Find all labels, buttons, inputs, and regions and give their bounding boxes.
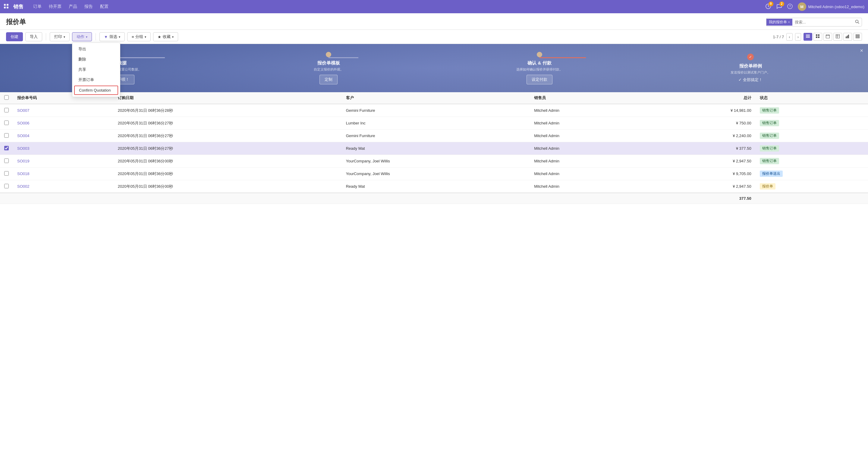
row-checkbox[interactable] xyxy=(4,121,9,125)
svg-rect-25 xyxy=(848,35,849,38)
fav-arrow-icon: ▾ xyxy=(172,35,174,39)
svg-rect-1 xyxy=(7,4,8,6)
row-order-id[interactable]: SO004 xyxy=(13,130,114,142)
row-salesperson: Mitchell Admin xyxy=(530,130,651,142)
import-button[interactable]: 导入 xyxy=(25,32,42,41)
filter-arrow-icon: ▾ xyxy=(119,35,120,39)
table-row[interactable]: SO019 2020年05月01日 06时36分00秒 YourCompany,… xyxy=(0,155,868,167)
row-customer: YourCompany, Joel Willis xyxy=(342,167,530,180)
nav-reports[interactable]: 报告 xyxy=(84,4,93,9)
view-calendar-btn[interactable] xyxy=(824,33,832,41)
row-order-id[interactable]: SO002 xyxy=(13,180,114,193)
page-title: 报价单 xyxy=(6,18,26,27)
select-all-checkbox[interactable] xyxy=(4,95,9,100)
step-confirm-title: 确认 & 付款 xyxy=(527,60,551,66)
action-export[interactable]: 导出 xyxy=(72,44,120,54)
nav-products[interactable]: 产品 xyxy=(69,4,77,9)
svg-line-8 xyxy=(858,22,859,24)
user-menu[interactable]: M Mitchell Admin (odoo12_edemo) xyxy=(798,2,864,11)
pagination-next[interactable]: › xyxy=(795,33,801,41)
footer-total: 377.50 xyxy=(651,193,755,204)
table-row[interactable]: SO018 2020年05月01日 06时36分00秒 YourCompany,… xyxy=(0,167,868,180)
nav-orders[interactable]: 订单 xyxy=(33,4,41,9)
row-checkbox[interactable] xyxy=(4,184,9,188)
row-total: ¥ 9,705.00 xyxy=(651,167,755,180)
table-row[interactable]: SO003 2020年05月31日 06时36分27秒 Ready Mat Mi… xyxy=(0,142,868,155)
step-sample: ✓ 报价单样例 发送报价以测试客户门户。 ✓ 全部搞定！ xyxy=(645,54,856,83)
row-order-id[interactable]: SO019 xyxy=(13,155,114,167)
row-order-id[interactable]: SO007 xyxy=(13,104,114,117)
action-share[interactable]: 共享 xyxy=(72,64,120,75)
view-list-btn[interactable] xyxy=(804,33,812,41)
action-button[interactable]: 动作 ▾ xyxy=(72,32,92,41)
row-checkbox[interactable] xyxy=(4,171,9,176)
pagination-prev[interactable]: ‹ xyxy=(786,33,792,41)
col-status: 状态 xyxy=(755,92,868,104)
svg-rect-30 xyxy=(858,37,859,38)
row-checkbox[interactable] xyxy=(4,146,9,150)
filter-close-icon[interactable]: × xyxy=(788,20,790,24)
nav-invoices[interactable]: 待开票 xyxy=(49,4,61,9)
row-status: 销售订单 xyxy=(755,155,868,167)
group-button[interactable]: ≡ 分组 ▾ xyxy=(127,32,151,41)
print-button[interactable]: 打印 ▾ xyxy=(50,32,70,41)
filter-button[interactable]: ▼ 筛选 ▾ xyxy=(99,32,125,41)
view-kanban-btn[interactable] xyxy=(813,33,822,41)
row-checkbox[interactable] xyxy=(4,159,9,163)
row-order-id[interactable]: SO003 xyxy=(13,142,114,155)
table-row[interactable]: SO006 2020年05月31日 06时36分27秒 Lumber Inc M… xyxy=(0,117,868,130)
filter-tag[interactable]: 我的报价单 × xyxy=(767,19,792,26)
row-status: 销售订单 xyxy=(755,104,868,117)
table-row[interactable]: SO004 2020年05月31日 06时36分27秒 Gemini Furni… xyxy=(0,130,868,142)
step-confirm-btn[interactable]: 设定付款 xyxy=(527,75,553,85)
view-pivot-btn[interactable] xyxy=(833,33,842,41)
view-activity-btn[interactable] xyxy=(853,33,862,41)
table-body: SO007 2020年05月31日 06时36分28秒 Gemini Furni… xyxy=(0,104,868,193)
action-delete[interactable]: 删除 xyxy=(72,54,120,64)
step-template-btn[interactable]: 定制 xyxy=(319,75,338,85)
row-salesperson: Mitchell Admin xyxy=(530,180,651,193)
col-date: 订购日期 xyxy=(114,92,342,104)
pagination-info: 1-7 / 7 xyxy=(773,35,784,39)
step-sample-dot: ✓ xyxy=(747,54,754,60)
row-salesperson: Mitchell Admin xyxy=(530,104,651,117)
col-salesperson: 销售员 xyxy=(530,92,651,104)
step-template-dot xyxy=(326,52,331,57)
fav-button[interactable]: ★ 收藏 ▾ xyxy=(153,32,178,41)
row-order-id[interactable]: SO006 xyxy=(13,117,114,130)
help-icon[interactable]: ? xyxy=(787,3,793,10)
search-input[interactable] xyxy=(792,19,852,26)
row-checkbox[interactable] xyxy=(4,108,9,112)
view-graph-btn[interactable] xyxy=(843,33,852,41)
search-button[interactable] xyxy=(852,18,862,26)
banner-close-button[interactable]: × xyxy=(860,47,863,54)
activity-icon[interactable]: 9 xyxy=(765,3,771,10)
svg-rect-16 xyxy=(826,35,830,38)
action-invoice[interactable]: 开票订单 xyxy=(72,75,120,85)
create-button[interactable]: 创建 xyxy=(6,32,23,41)
table-row[interactable]: SO002 2020年05月01日 06时36分00秒 Ready Mat Mi… xyxy=(0,180,868,193)
avatar: M xyxy=(798,2,806,11)
step-template-title: 报价单模板 xyxy=(317,60,340,66)
apps-icon[interactable] xyxy=(4,4,9,10)
action-confirm-quotation[interactable]: Confirm Quotation xyxy=(74,86,118,95)
svg-rect-28 xyxy=(858,35,859,36)
table-row[interactable]: SO007 2020年05月31日 06时36分28秒 Gemini Furni… xyxy=(0,104,868,117)
action-arrow-icon: ▾ xyxy=(86,35,87,39)
nav-config[interactable]: 配置 xyxy=(100,4,108,9)
row-order-id[interactable]: SO018 xyxy=(13,167,114,180)
page-header: 报价单 我的报价单 × xyxy=(0,13,868,30)
row-total: ¥ 2,947.50 xyxy=(651,180,755,193)
table-header-row: 报价单号码 订购日期 客户 销售员 总计 状态 xyxy=(0,92,868,104)
row-customer: Ready Mat xyxy=(342,142,530,155)
filter-tag-label: 我的报价单 xyxy=(769,20,787,25)
svg-rect-10 xyxy=(806,36,810,36)
svg-rect-13 xyxy=(818,34,819,36)
svg-rect-15 xyxy=(818,36,819,38)
svg-rect-2 xyxy=(4,7,6,8)
svg-rect-20 xyxy=(836,35,840,38)
row-checkbox[interactable] xyxy=(4,133,9,138)
step-confirm: 确认 & 付款 选择如何确认报价并获得付款。 设定付款 xyxy=(434,52,645,85)
chat-icon[interactable]: 2 xyxy=(776,3,782,10)
step-sample-desc: 发送报价以测试客户门户。 xyxy=(731,70,770,75)
